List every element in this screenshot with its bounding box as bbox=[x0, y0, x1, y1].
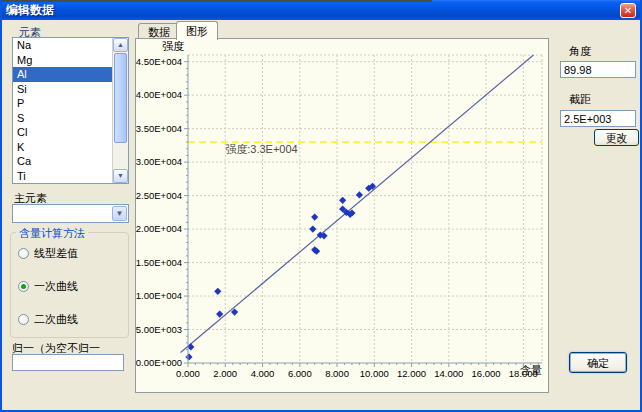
y-tick-label: 4.50E+004 bbox=[136, 56, 182, 67]
x-tick-label: 6.000 bbox=[288, 368, 312, 379]
radio-icon[interactable] bbox=[18, 248, 29, 259]
x-tick-label: 14.000 bbox=[434, 368, 463, 379]
ok-button[interactable]: 确定 bbox=[569, 352, 627, 373]
angle-input[interactable] bbox=[560, 61, 636, 78]
y-tick-label: 0.00E+000 bbox=[136, 357, 182, 368]
normalize-input[interactable] bbox=[12, 354, 124, 371]
list-item-p[interactable]: P bbox=[13, 96, 128, 111]
y-tick-label: 2.50E+004 bbox=[136, 190, 182, 201]
window-title: 编辑数据 bbox=[6, 2, 54, 19]
intercept-input[interactable] bbox=[560, 110, 636, 127]
scrollbar-thumb[interactable] bbox=[114, 53, 127, 143]
y-tick-label: 4.00E+004 bbox=[136, 89, 182, 100]
threshold-label: 强度:3.3E+004 bbox=[225, 143, 297, 155]
y-tick-label: 3.50E+004 bbox=[136, 123, 182, 134]
scrollbar-track[interactable] bbox=[113, 144, 128, 169]
x-tick-label: 2.000 bbox=[213, 368, 237, 379]
x-tick-label: 16.000 bbox=[472, 368, 501, 379]
element-listbox[interactable]: Na Mg Al Si P S Cl K Ca Ti ▲ ▼ bbox=[12, 37, 129, 184]
y-tick-label: 1.00E+004 bbox=[136, 290, 182, 301]
radio-label: 一次曲线 bbox=[34, 279, 78, 294]
list-item-mg[interactable]: Mg bbox=[13, 53, 128, 68]
radio-second-order-curve[interactable]: 二次曲线 bbox=[18, 312, 78, 327]
close-icon[interactable]: ✕ bbox=[620, 3, 636, 18]
list-item-al[interactable]: Al bbox=[13, 67, 128, 82]
scroll-down-icon[interactable]: ▼ bbox=[113, 169, 128, 183]
chevron-down-icon[interactable]: ▼ bbox=[112, 206, 127, 221]
listbox-scrollbar[interactable]: ▲ ▼ bbox=[112, 38, 128, 183]
y-tick-label: 2.00E+004 bbox=[136, 223, 182, 234]
x-tick-label: 10.000 bbox=[360, 368, 389, 379]
list-item-k[interactable]: K bbox=[13, 140, 128, 155]
x-tick-label: 12.000 bbox=[397, 368, 426, 379]
y-axis-title: 强度 bbox=[162, 40, 184, 52]
titlebar[interactable]: 编辑数据 ✕ bbox=[2, 0, 640, 20]
list-item-si[interactable]: Si bbox=[13, 82, 128, 97]
x-tick-label: 8.000 bbox=[325, 368, 349, 379]
main-element-combobox[interactable]: ▼ bbox=[12, 204, 129, 223]
x-tick-label: 0.000 bbox=[176, 368, 200, 379]
tab-graph[interactable]: 图形 bbox=[176, 21, 218, 40]
x-axis-title: 含量 bbox=[520, 364, 542, 376]
edit-data-dialog: 编辑数据 ✕ 元素 Na Mg Al Si P S Cl K Ca Ti ▲ ▼… bbox=[0, 0, 642, 412]
list-item-ca[interactable]: Ca bbox=[13, 154, 128, 169]
radio-icon[interactable] bbox=[18, 314, 29, 325]
list-item-na[interactable]: Na bbox=[13, 38, 128, 53]
radio-label: 二次曲线 bbox=[34, 312, 78, 327]
background-window-edge bbox=[2, 0, 432, 2]
list-item-cl[interactable]: Cl bbox=[13, 125, 128, 140]
y-tick-label: 5.00E+003 bbox=[136, 324, 182, 335]
radio-first-order-curve[interactable]: 一次曲线 bbox=[18, 279, 78, 294]
intercept-label: 截距 bbox=[569, 92, 591, 107]
calc-method-label: 含量计算方法 bbox=[16, 226, 88, 241]
y-tick-label: 3.00E+004 bbox=[136, 156, 182, 167]
y-tick-label: 1.50E+004 bbox=[136, 257, 182, 268]
angle-label: 角度 bbox=[569, 44, 591, 59]
scroll-up-icon[interactable]: ▲ bbox=[113, 38, 128, 52]
radio-linear-interpolation[interactable]: 线型差值 bbox=[18, 246, 78, 261]
list-item-ti[interactable]: Ti bbox=[13, 169, 128, 184]
x-tick-label: 4.000 bbox=[251, 368, 275, 379]
scatter-plot: 强度:3.3E+0040.00E+0005.00E+0031.00E+0041.… bbox=[136, 39, 548, 392]
radio-checked-icon[interactable] bbox=[18, 281, 29, 292]
change-button[interactable]: 更改 bbox=[594, 129, 639, 146]
list-item-s[interactable]: S bbox=[13, 111, 128, 126]
calibration-chart: 强度:3.3E+0040.00E+0005.00E+0031.00E+0041.… bbox=[135, 38, 549, 393]
radio-label: 线型差值 bbox=[34, 246, 78, 261]
